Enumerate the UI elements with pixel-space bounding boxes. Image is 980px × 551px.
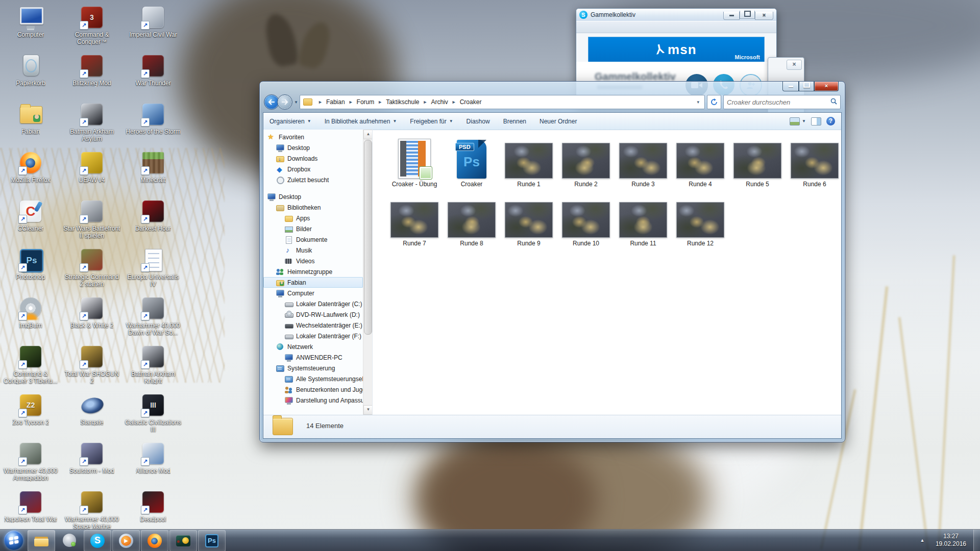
clock[interactable]: 13:27 19.02.2016 <box>936 533 966 548</box>
desktop-icon[interactable]: ↗ Papierkorb <box>0 52 61 100</box>
taskbar-capture-app[interactable] <box>169 530 197 551</box>
explorer-minimize-button[interactable] <box>782 82 799 91</box>
desktop-icon[interactable]: ↗ Total War SHOGUN 2 <box>61 342 122 391</box>
desktop-icon[interactable]: ↗ Batman Arkham Knight <box>122 342 184 391</box>
nav-item[interactable]: Desktop <box>263 142 363 153</box>
taskbar-photoshop[interactable] <box>198 530 226 551</box>
desktop-icon[interactable]: ↗ Europa Universalis IV <box>122 245 184 294</box>
nav-scrollbar[interactable]: ▲ ▼ <box>363 130 372 415</box>
file-item[interactable]: Runde 5 <box>729 137 786 196</box>
nav-item[interactable]: Downloads <box>263 153 363 164</box>
search-input[interactable] <box>724 98 830 106</box>
nav-item[interactable]: Lokaler Datenträger (C:) <box>263 298 363 309</box>
dialog-close-button[interactable]: × <box>787 60 802 70</box>
nav-item[interactable]: Videos <box>263 256 363 266</box>
start-button[interactable] <box>4 531 23 550</box>
skype-title-bar[interactable]: S Gammelkollektiv × <box>576 9 776 21</box>
nav-item[interactable]: Apps <box>263 213 363 223</box>
taskbar-teamspeak[interactable] <box>56 530 83 550</box>
skype-close-button[interactable]: × <box>755 12 773 20</box>
file-item[interactable]: Runde 4 <box>672 137 729 196</box>
file-item[interactable]: Runde 8 <box>443 196 500 255</box>
desktop-icon[interactable]: ↗ Stargate <box>61 391 122 439</box>
file-item[interactable]: Runde 10 <box>557 196 615 255</box>
desktop-icon[interactable]: ↗ Alliance Mod <box>122 439 184 488</box>
nav-item[interactable]: Benutzerkonten und Jugend <box>263 384 363 395</box>
desktop-icon[interactable]: ↗ Computer <box>0 3 61 52</box>
desktop-icon[interactable]: 3 ↗ Command & Conquer™ Alarmstu... <box>61 3 122 52</box>
explorer-close-button[interactable]: × <box>814 82 839 91</box>
desktop-icon[interactable]: ↗ Warhammer 40,000 Armageddon <box>0 439 61 488</box>
toolbar-button[interactable]: Freigeben für ▼ <box>410 118 453 125</box>
file-item[interactable]: PSD Ps Croaker <box>443 137 500 196</box>
breadcrumb-item[interactable]: ► Archiv <box>420 98 448 106</box>
nav-item[interactable]: Bibliotheken <box>263 202 363 213</box>
nav-item[interactable]: Dropbox <box>263 164 363 174</box>
nav-item[interactable]: Dokumente <box>263 234 363 245</box>
desktop-icon[interactable]: ↗ Warhammer 40,000 Dawn of War So... <box>122 294 184 342</box>
file-item[interactable]: Runde 6 <box>786 137 841 196</box>
recent-locations-dropdown[interactable]: ▾ <box>292 97 300 107</box>
scrollbar-thumb[interactable] <box>364 140 372 335</box>
breadcrumb-item[interactable]: ► Forum <box>345 98 375 106</box>
nav-item[interactable]: Heimnetzgruppe <box>263 266 363 277</box>
file-item[interactable]: Runde 9 <box>500 196 557 255</box>
forward-button[interactable] <box>277 94 292 110</box>
breadcrumb-item[interactable]: ► Taktikschule <box>374 98 419 106</box>
file-item[interactable]: Runde 7 <box>386 196 443 255</box>
desktop-icon[interactable]: ↗ Imperial Civil War <box>122 3 184 52</box>
nav-item[interactable]: Desktop <box>263 191 363 202</box>
show-hidden-icons-button[interactable]: ▲ <box>916 534 928 546</box>
taskbar-windows-explorer[interactable] <box>28 530 55 551</box>
desktop-icon[interactable]: ↗ War Thunder <box>122 52 184 100</box>
toolbar-button[interactable]: In Bibliothek aufnehmen ▼ <box>325 118 397 125</box>
desktop-icon[interactable]: ↗ Fabian <box>0 100 61 148</box>
nav-item[interactable]: Musik <box>263 245 363 256</box>
scroll-up-arrow[interactable]: ▲ <box>363 130 373 139</box>
desktop-icon[interactable]: ↗ Star Wars Battlefront II spielen <box>61 197 122 245</box>
nav-item[interactable]: Favoriten <box>263 132 363 142</box>
nav-item[interactable]: Netzwerk <box>263 341 363 352</box>
nav-item[interactable]: Systemsteuerung <box>263 363 363 373</box>
desktop-icon[interactable]: ↗ Blitzkrieg Mod <box>61 52 122 100</box>
toolbar-button[interactable]: Brennen ▼ <box>503 118 526 125</box>
desktop-icon[interactable]: III ↗ Galactic Civilizations III <box>122 391 184 439</box>
nav-item[interactable]: Zuletzt besucht <box>263 174 363 185</box>
file-item[interactable]: Runde 3 <box>615 137 672 196</box>
breadcrumb[interactable]: ► Fabian ► Forum ► Taktikschule ► Archiv <box>300 95 705 109</box>
nav-item[interactable]: Wechseldatenträger (E:) <box>263 320 363 331</box>
nav-item[interactable]: Alle Systemsteuerungselem <box>263 373 363 384</box>
skype-maximize-button[interactable] <box>740 11 755 19</box>
nav-item[interactable]: ANWENDER-PC <box>263 352 363 363</box>
file-item[interactable]: Runde 1 <box>500 137 557 196</box>
nav-item[interactable]: Computer <box>263 288 363 298</box>
help-button[interactable]: ? <box>826 117 835 126</box>
desktop-icon[interactable]: ↗ ImgBurn <box>0 294 61 342</box>
scroll-down-arrow[interactable]: ▼ <box>363 405 373 415</box>
desktop-icon[interactable]: ↗ Command & Conquer 3 Tiberiu... <box>0 342 61 391</box>
file-item[interactable]: Runde 2 <box>557 137 615 196</box>
file-item[interactable]: Runde 11 <box>615 196 672 255</box>
file-item[interactable]: Croaker - Übung <box>386 137 443 196</box>
nav-item[interactable]: Fabian <box>263 277 363 288</box>
desktop-icon[interactable]: ↗ Heroes of the Storm <box>122 100 184 148</box>
desktop-icon[interactable]: ↗ Minecraft <box>122 148 184 197</box>
desktop-icon[interactable]: ↗ UEAW v4 <box>61 148 122 197</box>
taskbar-skype[interactable] <box>84 530 111 551</box>
skype-minimize-button[interactable] <box>723 12 740 20</box>
msn-ad-banner[interactable]: ⅄ msn Microsoft <box>589 37 764 62</box>
breadcrumb-item[interactable]: ► Fabian <box>314 98 345 106</box>
desktop-icon[interactable]: Ps ↗ Photoshop <box>0 245 61 294</box>
breadcrumb-history-caret[interactable]: ▾ <box>694 99 702 105</box>
taskbar-firefox[interactable] <box>141 530 168 551</box>
desktop-icon[interactable]: ↗ CCleaner <box>0 197 61 245</box>
toolbar-button[interactable]: Organisieren ▼ <box>270 118 311 125</box>
nav-item[interactable]: DVD-RW-Laufwerk (D:) <box>263 309 363 320</box>
toolbar-button[interactable]: Neuer Ordner ▼ <box>540 118 577 125</box>
search-icon[interactable] <box>830 97 837 107</box>
desktop-icon[interactable]: Z2 ↗ Zoo Tycoon 2 <box>0 391 61 439</box>
refresh-button[interactable] <box>707 95 721 109</box>
change-view-button[interactable]: ▼ <box>790 117 806 126</box>
show-desktop-button[interactable] <box>973 530 980 551</box>
explorer-maximize-button[interactable] <box>799 82 814 91</box>
